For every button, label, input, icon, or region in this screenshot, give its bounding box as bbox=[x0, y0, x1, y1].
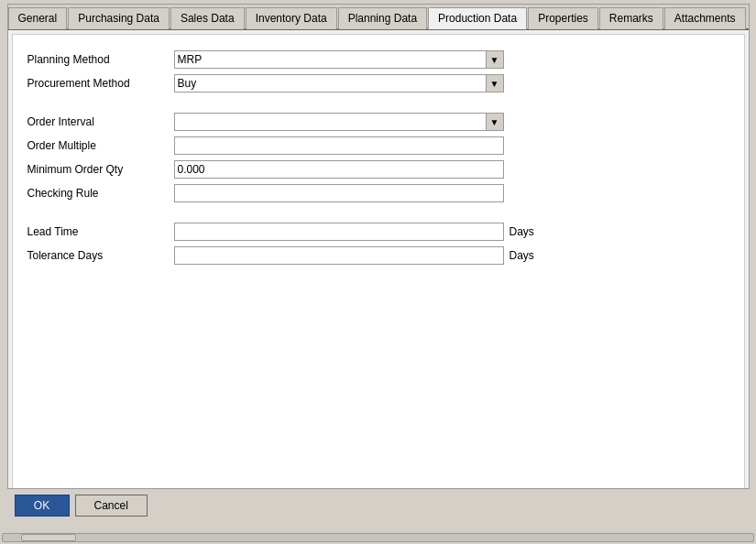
tolerance-days-input-container bbox=[174, 246, 504, 265]
tab-properties[interactable]: Properties bbox=[528, 7, 598, 29]
scrollbar-track bbox=[2, 533, 754, 542]
planning-method-select[interactable]: MRP Make to Order Make to Stock bbox=[174, 50, 504, 69]
order-multiple-row: Order Multiple bbox=[27, 136, 729, 156]
tab-planning[interactable]: Planning Data bbox=[338, 7, 427, 29]
lead-time-input[interactable] bbox=[174, 223, 504, 241]
tab-inventory[interactable]: Inventory Data bbox=[246, 7, 337, 29]
lead-time-input-container bbox=[174, 223, 504, 241]
checking-rule-label: Checking Rule bbox=[27, 187, 174, 200]
tab-bar: General Purchasing Data Sales Data Inven… bbox=[8, 5, 749, 30]
minimum-order-qty-row: Minimum Order Qty bbox=[27, 159, 729, 180]
time-section: Lead Time Days Tolerance Days Days bbox=[27, 222, 729, 266]
lead-time-row: Lead Time Days bbox=[27, 222, 729, 242]
planning-method-label: Planning Method bbox=[27, 53, 174, 66]
tab-production[interactable]: Production Data bbox=[428, 7, 527, 29]
tolerance-days-input[interactable] bbox=[174, 246, 504, 265]
order-interval-select[interactable] bbox=[174, 113, 504, 131]
ok-button[interactable]: OK bbox=[15, 495, 70, 517]
procurement-method-label: Procurement Method bbox=[27, 77, 174, 90]
separator-2 bbox=[27, 212, 729, 222]
tab-general[interactable]: General bbox=[8, 7, 68, 29]
lead-time-unit: Days bbox=[509, 225, 534, 238]
order-interval-select-wrapper: ▼ bbox=[174, 113, 504, 131]
tab-remarks[interactable]: Remarks bbox=[599, 7, 663, 29]
tolerance-days-label: Tolerance Days bbox=[27, 249, 174, 262]
footer-bar: OK Cancel bbox=[7, 488, 750, 522]
order-multiple-input-container bbox=[174, 136, 504, 155]
tab-attachments[interactable]: Attachments bbox=[664, 7, 746, 29]
checking-rule-row: Checking Rule bbox=[27, 183, 729, 203]
lead-time-label: Lead Time bbox=[27, 225, 174, 238]
checking-rule-input[interactable] bbox=[174, 184, 504, 202]
order-interval-label: Order Interval bbox=[27, 115, 174, 128]
cancel-button[interactable]: Cancel bbox=[75, 495, 148, 517]
scrollbar-area bbox=[0, 531, 756, 544]
content-area: Planning Method MRP Make to Order Make t… bbox=[12, 34, 745, 492]
order-section: Order Interval ▼ Order Multiple Minimum … bbox=[27, 112, 729, 203]
planning-method-row: Planning Method MRP Make to Order Make t… bbox=[27, 49, 729, 70]
scrollbar-thumb[interactable] bbox=[21, 534, 76, 541]
order-multiple-input[interactable] bbox=[174, 136, 504, 155]
procurement-method-select-wrapper: Buy Produce Buy or Produce ▼ bbox=[174, 74, 504, 92]
checking-rule-input-container bbox=[174, 184, 504, 202]
minimum-order-qty-label: Minimum Order Qty bbox=[27, 163, 174, 176]
order-multiple-label: Order Multiple bbox=[27, 139, 174, 152]
minimum-order-qty-input-container bbox=[174, 160, 504, 179]
minimum-order-qty-input[interactable] bbox=[174, 160, 504, 179]
tab-sales[interactable]: Sales Data bbox=[170, 7, 245, 29]
planning-method-select-wrapper: MRP Make to Order Make to Stock ▼ bbox=[174, 50, 504, 69]
procurement-method-row: Procurement Method Buy Produce Buy or Pr… bbox=[27, 73, 729, 93]
order-interval-row: Order Interval ▼ bbox=[27, 112, 729, 132]
tolerance-days-unit: Days bbox=[509, 249, 534, 262]
planning-section: Planning Method MRP Make to Order Make t… bbox=[27, 49, 729, 93]
procurement-method-select[interactable]: Buy Produce Buy or Produce bbox=[174, 74, 504, 92]
tab-purchasing[interactable]: Purchasing Data bbox=[68, 7, 170, 29]
separator-1 bbox=[27, 103, 729, 112]
tolerance-days-row: Tolerance Days Days bbox=[27, 245, 729, 266]
